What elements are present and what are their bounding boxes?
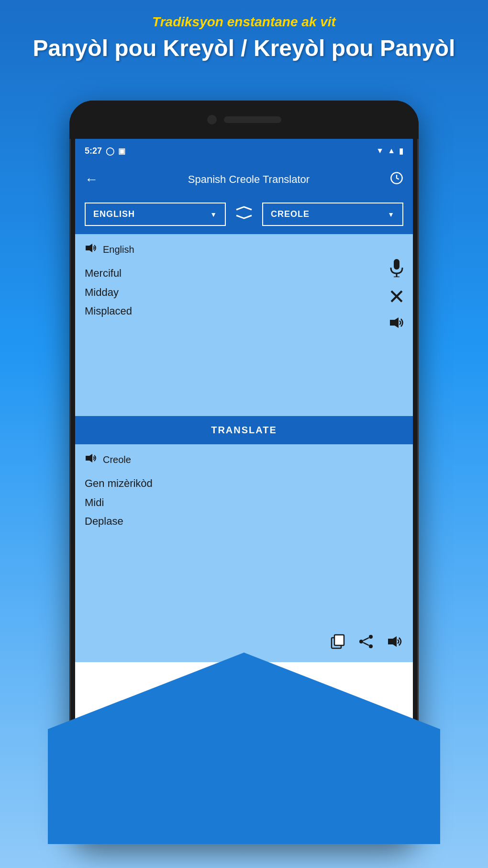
input-line-1: Merciful xyxy=(85,264,403,283)
source-language-label: ENGLISH xyxy=(93,209,135,219)
wifi-icon: ▼ xyxy=(376,147,384,155)
svg-marker-8 xyxy=(390,317,399,328)
svg-rect-11 xyxy=(334,635,344,645)
input-line-2: Midday xyxy=(85,283,403,302)
svg-marker-9 xyxy=(86,454,92,462)
status-time: 5:27 xyxy=(85,146,102,156)
output-tts-footer-button[interactable] xyxy=(387,635,403,652)
translate-button[interactable]: TRANSLATE xyxy=(75,416,413,444)
svg-point-13 xyxy=(359,640,363,643)
output-panel-header: Creole xyxy=(85,453,403,466)
input-line-3: Misplaced xyxy=(85,302,403,321)
language-selector-row: ENGLISH ▼ CREOLE ▼ xyxy=(75,196,413,234)
header-section: Tradiksyon enstantane ak vit Panyòl pou … xyxy=(0,14,488,62)
output-panel: Creole Gen mizèrikòd Midi Deplase xyxy=(75,444,413,626)
svg-rect-3 xyxy=(394,259,399,270)
target-language-label: CREOLE xyxy=(271,209,310,219)
input-text-content[interactable]: Merciful Midday Misplaced xyxy=(85,264,403,321)
svg-point-14 xyxy=(369,644,373,648)
output-speaker-icon[interactable] xyxy=(85,453,97,466)
output-line-2: Midi xyxy=(85,493,403,512)
svg-marker-2 xyxy=(86,244,92,252)
source-language-button[interactable]: ENGLISH ▼ xyxy=(85,203,226,226)
status-bar-left: 5:27 ◯ ▣ xyxy=(85,146,125,156)
input-panel: English Merciful Midday Misplaced xyxy=(75,234,413,416)
svg-line-16 xyxy=(363,643,369,645)
status-bar: 5:27 ◯ ▣ ▼ ▲ ▮ xyxy=(75,139,413,163)
source-lang-dropdown-icon: ▼ xyxy=(210,211,217,218)
battery-icon: ▮ xyxy=(399,147,403,156)
microphone-button[interactable] xyxy=(389,258,404,281)
signal-icon: ▲ xyxy=(388,147,395,155)
input-speaker-icon[interactable] xyxy=(85,243,97,256)
copy-button[interactable] xyxy=(331,634,345,653)
main-title: Panyòl pou Kreyòl / Kreyòl pou Panyòl xyxy=(0,34,488,62)
svg-line-15 xyxy=(363,638,369,641)
output-line-1: Gen mizèrikòd xyxy=(85,474,403,493)
output-line-3: Deplase xyxy=(85,512,403,531)
svg-marker-17 xyxy=(388,636,397,647)
input-lang-label: English xyxy=(103,244,134,255)
swap-languages-button[interactable] xyxy=(232,202,256,226)
notification-icon: ◯ xyxy=(106,147,114,156)
phone-camera xyxy=(207,115,217,124)
sim-icon: ▣ xyxy=(118,147,125,156)
share-button[interactable] xyxy=(358,634,374,653)
clear-input-button[interactable] xyxy=(389,289,404,307)
back-button[interactable]: ← xyxy=(85,172,98,187)
output-lang-label: Creole xyxy=(103,454,131,465)
target-language-button[interactable]: CREOLE ▼ xyxy=(262,203,403,226)
phone-top-bar xyxy=(69,101,419,139)
app-bar: ← Spanish Creole Translator xyxy=(75,163,413,196)
subtitle: Tradiksyon enstantane ak vit xyxy=(0,14,488,30)
phone-speaker-grill xyxy=(224,116,281,123)
status-bar-right: ▼ ▲ ▮ xyxy=(376,147,403,156)
input-panel-header: English xyxy=(85,243,403,256)
input-panel-actions xyxy=(389,258,404,332)
app-title: Spanish Creole Translator xyxy=(108,173,390,186)
output-text-content: Gen mizèrikòd Midi Deplase xyxy=(85,474,403,531)
target-lang-dropdown-icon: ▼ xyxy=(388,211,395,218)
history-button[interactable] xyxy=(390,171,403,188)
input-tts-button[interactable] xyxy=(389,316,404,332)
svg-point-12 xyxy=(369,635,373,639)
